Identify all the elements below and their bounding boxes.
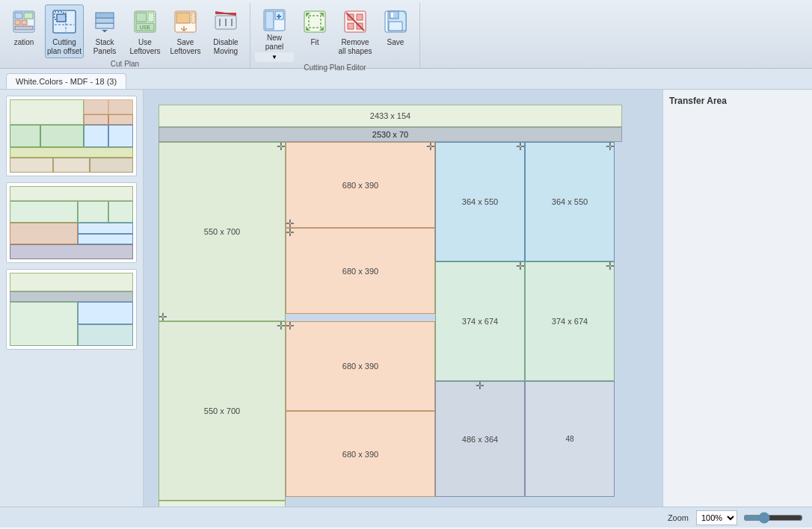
- svg-rect-18: [148, 13, 154, 22]
- cutting-plan-offset-icon: [51, 8, 78, 35]
- panel-364-70-label: 364 x 70: [209, 505, 236, 507]
- panel-550-700-bot[interactable]: ✛ 550 x 700: [159, 321, 286, 501]
- transfer-area-label: Transfer Area: [669, 96, 806, 106]
- zation-button[interactable]: zation: [4, 4, 43, 52]
- disable-moving-label: DisableMoving: [213, 38, 238, 56]
- remove-all-shapes-button[interactable]: Removeall shapes: [336, 4, 375, 58]
- move-handle-tc[interactable]: ✛: [476, 382, 484, 389]
- svg-rect-3: [15, 20, 20, 25]
- panel-48[interactable]: 48: [525, 381, 615, 497]
- svg-rect-40: [348, 23, 354, 29]
- top-strip-label: 2433 x 154: [370, 111, 410, 120]
- stack-panels-label: StackPanels: [93, 38, 117, 56]
- panel-374-674-1-label: 374 x 674: [462, 317, 498, 326]
- save-leftovers-button[interactable]: SaveLeftovers: [166, 4, 205, 58]
- panel-486-364[interactable]: ✛ 486 x 364: [435, 381, 525, 497]
- panel-680-390-2-label: 680 x 390: [342, 267, 378, 276]
- mid-strip-label: 2530 x 70: [372, 130, 408, 139]
- use-leftovers-icon: USE: [132, 8, 159, 35]
- new-panel-dropdown[interactable]: ▼: [255, 52, 294, 62]
- disable-moving-icon: [212, 8, 239, 35]
- panel-364-550-1-label: 364 x 550: [462, 197, 498, 206]
- svg-marker-15: [102, 30, 108, 32]
- save-button[interactable]: Save: [376, 4, 415, 52]
- main-area: 2433 x 154 2530 x 70 ✛ ✛ 550 x 700 ✛ ✛ 6…: [0, 90, 812, 507]
- svg-rect-12: [96, 18, 114, 23]
- panel-364-70[interactable]: ✛ 364 x 70: [159, 501, 286, 507]
- svg-text:USE: USE: [140, 25, 151, 30]
- cut-plan-group-label: Cut Plan: [4, 58, 245, 68]
- panel-550-700-top[interactable]: ✛ ✛ 550 x 700: [159, 142, 286, 321]
- svg-rect-46: [391, 13, 393, 17]
- svg-rect-8: [57, 14, 66, 22]
- save-icon: [382, 8, 409, 35]
- zoom-label: Zoom: [668, 513, 689, 522]
- svg-rect-17: [136, 13, 147, 22]
- svg-rect-2: [24, 13, 33, 19]
- panel-374-674-2[interactable]: ✛ 374 x 674: [525, 262, 615, 381]
- panel-364-550-2-label: 364 x 550: [552, 197, 588, 206]
- move-handle-tr[interactable]: ✛: [517, 143, 524, 150]
- thumbnail-3[interactable]: [6, 269, 137, 350]
- remove-all-shapes-icon: [342, 8, 369, 35]
- panel-486-364-label: 486 x 364: [462, 435, 498, 444]
- move-handle-bl[interactable]: ✛: [159, 313, 167, 321]
- top-strip-panel: 2433 x 154: [159, 105, 622, 127]
- move-handle-tr[interactable]: ✛: [427, 143, 434, 150]
- panel-680-390-3[interactable]: ✛ 680 x 390: [286, 321, 435, 411]
- panel-374-674-1[interactable]: ✛ 374 x 674: [435, 262, 525, 381]
- panel-374-674-2-label: 374 x 674: [552, 317, 588, 326]
- stack-panels-button[interactable]: StackPanels: [85, 4, 124, 58]
- zoom-slider[interactable]: [743, 512, 803, 524]
- use-leftovers-button[interactable]: USE UseLeftovers: [126, 4, 164, 58]
- svg-rect-31: [265, 11, 274, 29]
- move-handle-tl[interactable]: ✛: [286, 322, 294, 330]
- svg-rect-22: [176, 13, 190, 23]
- panel-364-550-1[interactable]: ✛ 364 x 550: [435, 142, 525, 262]
- panel-364-550-2[interactable]: ✛ 364 x 550: [525, 142, 615, 262]
- cutting-plan-offset-label: Cuttingplan offset: [47, 38, 81, 56]
- panel-680-390-4-label: 680 x 390: [342, 450, 378, 459]
- panel-550-700-top-label: 550 x 700: [204, 227, 240, 236]
- fit-icon: [301, 8, 328, 35]
- cutting-plan-offset-button[interactable]: Cuttingplan offset: [45, 4, 84, 58]
- disable-moving-button[interactable]: DisableMoving: [206, 4, 245, 58]
- panel-680-390-1[interactable]: ✛ ✛ 680 x 390: [286, 142, 435, 228]
- fit-button[interactable]: Fit: [295, 4, 334, 52]
- new-panel-label: New panel: [257, 34, 292, 52]
- move-handle-tr[interactable]: ✛: [517, 262, 524, 270]
- svg-rect-4: [22, 20, 27, 25]
- tab-bar: White.Colors - MDF - 18 (3): [0, 69, 812, 90]
- tab-white-colors[interactable]: White.Colors - MDF - 18 (3): [6, 73, 126, 89]
- left-panel: [0, 90, 144, 507]
- new-panel-icon: [262, 8, 286, 32]
- status-bar: Zoom 100% 50% 75% 125% 150% 200%: [0, 507, 812, 528]
- move-handle-tl[interactable]: ✛: [286, 229, 294, 236]
- svg-rect-44: [390, 11, 399, 19]
- cutting-plan-editor-group-label: Cutting Plan Editor: [255, 62, 415, 72]
- cutting-plan-editor-group: New panel ▼ Fit: [250, 3, 420, 68]
- svg-rect-13: [96, 13, 114, 18]
- svg-rect-5: [15, 26, 33, 30]
- move-handle-tr[interactable]: ✛: [606, 262, 614, 270]
- mid-strip-panel: 2530 x 70: [159, 127, 622, 142]
- move-handle-tr[interactable]: ✛: [606, 143, 614, 150]
- thumbnail-2[interactable]: [6, 182, 137, 263]
- thumbnail-1[interactable]: [6, 96, 137, 176]
- cutting-canvas: 2433 x 154 2530 x 70 ✛ ✛ 550 x 700 ✛ ✛ 6…: [159, 105, 648, 484]
- transfer-area-panel: Transfer Area: [662, 90, 812, 507]
- panel-680-390-4[interactable]: 680 x 390: [286, 411, 435, 497]
- panel-680-390-3-label: 680 x 390: [342, 362, 378, 371]
- move-handle-tr[interactable]: ✛: [277, 322, 285, 330]
- use-leftovers-label: UseLeftovers: [129, 38, 160, 56]
- svg-rect-1: [15, 13, 22, 19]
- toolbar: zation Cuttingplan offset: [0, 0, 812, 69]
- zoom-select[interactable]: 100% 50% 75% 125% 150% 200%: [696, 510, 737, 525]
- fit-label: Fit: [310, 38, 319, 47]
- save-leftovers-icon: [172, 8, 199, 35]
- new-panel-button[interactable]: New panel ▼: [255, 4, 294, 62]
- remove-all-shapes-label: Removeall shapes: [338, 38, 372, 56]
- panel-48-label: 48: [565, 435, 573, 443]
- move-handle-tr[interactable]: ✛: [277, 143, 285, 150]
- panel-680-390-2[interactable]: ✛ 680 x 390: [286, 228, 435, 314]
